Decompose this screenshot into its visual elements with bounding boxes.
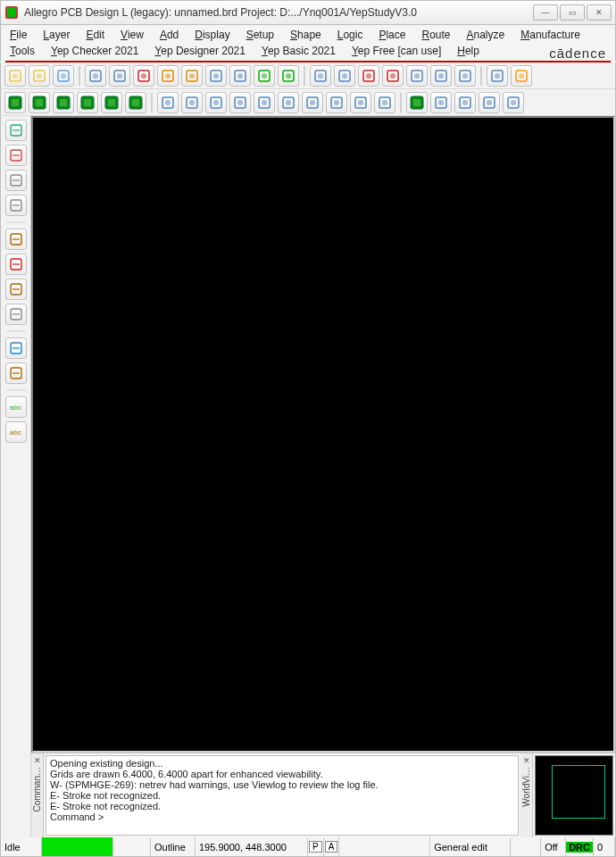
maximize-button[interactable]: ▭ [560, 4, 585, 21]
menu-manufacture[interactable]: Manufacture [517, 28, 584, 42]
sh-sel-button[interactable] [229, 92, 251, 113]
zoom-in-button[interactable] [358, 65, 379, 87]
menu-edit[interactable]: Edit [82, 28, 108, 42]
console-close[interactable]: ✕Comman… [31, 753, 44, 837]
worldview-panel[interactable] [535, 755, 613, 836]
side-nets2-button[interactable] [5, 195, 27, 216]
menu-display[interactable]: Display [191, 28, 233, 42]
side-find-button[interactable] [5, 120, 27, 141]
delete-button[interactable] [133, 65, 154, 87]
sh-f-button[interactable] [374, 92, 395, 113]
side-p3-button[interactable] [5, 279, 27, 300]
svg-point-63 [237, 100, 243, 105]
zoom-sel-button[interactable] [430, 65, 452, 87]
move-button[interactable] [85, 65, 106, 87]
undo-button[interactable] [157, 65, 179, 87]
menu-tools[interactable]: Tools [6, 44, 38, 58]
g6-button[interactable] [125, 92, 146, 113]
side-layers-button[interactable] [5, 145, 27, 166]
svg-point-61 [213, 100, 219, 105]
g3-button[interactable] [53, 92, 74, 113]
refresh-button[interactable] [487, 65, 508, 87]
odb-button[interactable] [503, 92, 524, 113]
sub2-button[interactable] [229, 65, 251, 87]
3d-button[interactable] [511, 65, 532, 87]
sh-c-button[interactable] [302, 92, 323, 113]
svg-point-83 [487, 100, 492, 105]
grp-button[interactable] [406, 92, 428, 113]
status-a-wrap: A [324, 837, 340, 856]
close-button[interactable]: ✕ [587, 4, 612, 21]
check-button[interactable] [254, 65, 275, 87]
menu-route[interactable]: Route [418, 28, 454, 42]
sub1-button[interactable] [205, 65, 227, 87]
sh-b-button[interactable] [278, 92, 299, 113]
menu-file[interactable]: File [6, 28, 30, 42]
db-button[interactable] [430, 92, 452, 113]
sh-d-button[interactable] [326, 92, 347, 113]
sh-circ-button[interactable] [205, 92, 227, 113]
pin-button[interactable] [278, 65, 299, 87]
menu-help[interactable]: Help [454, 44, 483, 58]
side-t2-button[interactable] [5, 362, 27, 384]
menu-logic[interactable]: Logic [334, 28, 367, 42]
separator [79, 66, 80, 86]
sh-e-button[interactable] [350, 92, 371, 113]
titlebar: Allegro PCB Design L (legacy): unnamed.b… [0, 0, 616, 25]
menu-place[interactable]: Place [375, 28, 409, 42]
meas2-button[interactable] [479, 92, 500, 113]
status-idle: Idle [1, 837, 42, 856]
menu-setup[interactable]: Setup [243, 28, 278, 42]
zoom-center-button[interactable] [454, 65, 476, 87]
design-canvas[interactable] [31, 116, 615, 753]
g5-button[interactable] [101, 92, 122, 113]
menu-shape[interactable]: Shape [287, 28, 325, 42]
menu-yep-free-can-use-[interactable]: Yep Free [can use] [348, 44, 445, 58]
svg-rect-51 [84, 99, 91, 106]
side-abc2-button[interactable]: abc [5, 421, 27, 443]
redo-button[interactable] [181, 65, 203, 87]
save-button[interactable] [53, 65, 74, 87]
status-off: Off [541, 837, 566, 856]
side-p2-button[interactable] [5, 254, 27, 275]
g2-button[interactable] [29, 92, 50, 113]
menu-view[interactable]: View [117, 28, 147, 42]
svg-point-43 [519, 73, 524, 79]
sh-rect-button[interactable] [157, 92, 179, 113]
svg-point-9 [93, 73, 98, 79]
zoom-prev-button[interactable] [406, 65, 428, 87]
meas1-button[interactable] [454, 92, 476, 113]
side-net-button[interactable] [5, 170, 27, 191]
separator [6, 389, 26, 391]
zoom-full-button[interactable] [310, 65, 331, 87]
g1-button[interactable] [4, 92, 26, 113]
g4-button[interactable] [77, 92, 98, 113]
menu-yep-basic-2021[interactable]: Yep Basic 2021 [258, 44, 339, 58]
menu-layer[interactable]: Layer [39, 28, 73, 42]
new-button[interactable] [4, 65, 26, 87]
worldview-close[interactable]: ✕WorldVi… [520, 753, 533, 837]
menu-add[interactable]: Add [156, 28, 182, 42]
copy-button[interactable] [109, 65, 130, 87]
zoom-out-button[interactable] [382, 65, 404, 87]
menu-analyze[interactable]: Analyze [463, 28, 509, 42]
svg-point-15 [165, 73, 171, 79]
side-t1-button[interactable] [5, 337, 27, 359]
side-p4-button[interactable] [5, 304, 27, 325]
menu-yep-checker-2021[interactable]: Yep Checker 2021 [47, 44, 142, 58]
side-p1-button[interactable] [5, 229, 27, 250]
console-line: Command > [50, 811, 514, 822]
open-button[interactable] [29, 65, 50, 87]
svg-point-33 [390, 73, 395, 79]
sh-poly-button[interactable] [181, 92, 203, 113]
side-abc1-button[interactable]: abc [5, 396, 27, 418]
status-p-button[interactable]: P [309, 841, 322, 853]
status-a-button[interactable]: A [325, 841, 338, 853]
zoom-window-button[interactable] [334, 65, 355, 87]
menu-yep-designer-2021[interactable]: Yep Designer 2021 [151, 44, 249, 58]
minimize-button[interactable]: — [533, 4, 558, 21]
sh-a-button[interactable] [254, 92, 275, 113]
status-drc[interactable]: DRC [566, 842, 593, 853]
command-console[interactable]: Opening existing design...Grids are draw… [46, 755, 519, 836]
window-title: Allegro PCB Design L (legacy): unnamed.b… [24, 6, 533, 19]
